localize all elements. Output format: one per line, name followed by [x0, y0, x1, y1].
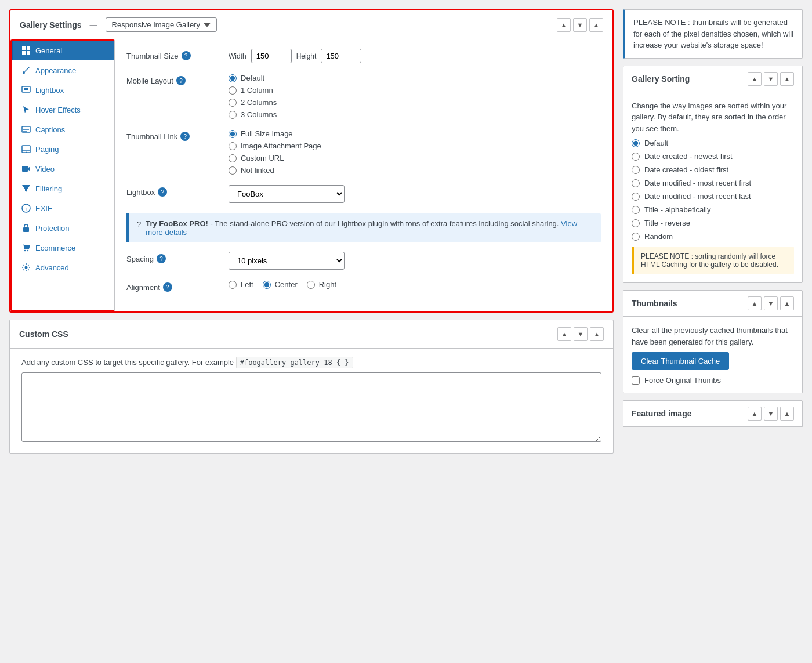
sidebar-item-hover-effects[interactable]: Hover Effects	[12, 100, 114, 119]
thumbnails-card: Thumbnails ▲ ▼ ▲ Clear all the previousl…	[623, 290, 803, 393]
spacing-select[interactable]: 10 pixels	[229, 252, 345, 270]
foobox-promo-desc: - The stand-alone PRO version of our Lig…	[208, 219, 559, 228]
thumbnail-size-label: Thumbnail Size ?	[126, 49, 219, 60]
featured-expand-button[interactable]: ▲	[780, 407, 794, 421]
svg-rect-9	[22, 146, 30, 153]
svg-point-11	[26, 152, 27, 153]
settings-content-area: Thumbnail Size ? Width Height	[115, 39, 612, 311]
gallery-type-label: Responsive Image Gallery	[112, 20, 200, 29]
link-fullsize[interactable]: Full Size Image	[229, 129, 601, 138]
css-example-code: #foogallery-gallery-18 { }	[236, 357, 353, 368]
gallery-sorting-card: Gallery Sorting ▲ ▼ ▲ Change the way ima…	[623, 66, 803, 284]
sidebar-label-captions: Captions	[35, 125, 65, 134]
thumbnail-link-help-icon[interactable]: ?	[180, 132, 190, 141]
thumbnails-down-button[interactable]: ▼	[764, 296, 778, 310]
sort-title-alpha[interactable]: Title - alphabetically	[632, 205, 794, 214]
sidebar-label-video: Video	[35, 165, 55, 173]
sidebar-item-lightbox[interactable]: Lightbox	[12, 80, 114, 100]
css-up-button[interactable]: ▲	[557, 327, 571, 341]
lightbox-select[interactable]: FooBox	[229, 185, 345, 203]
sorting-up-button[interactable]: ▲	[748, 72, 762, 86]
sidebar-item-general[interactable]: General	[12, 41, 114, 60]
sorting-body: Change the way images are sorted within …	[624, 92, 802, 283]
collapse-down-button[interactable]: ▼	[573, 18, 587, 32]
spacing-help-icon[interactable]: ?	[157, 254, 166, 263]
sort-date-oldest[interactable]: Date created - oldest first	[632, 165, 794, 174]
mobile-layout-3col[interactable]: 3 Columns	[229, 110, 601, 119]
sidebar-item-video[interactable]: Video	[12, 159, 114, 179]
sidebar-label-appearance: Appearance	[35, 66, 76, 75]
featured-image-card: Featured image ▲ ▼ ▲	[623, 400, 803, 427]
sidebar-item-filtering[interactable]: Filtering	[12, 179, 114, 198]
width-input[interactable]	[251, 49, 292, 63]
svg-rect-2	[22, 51, 26, 55]
thumbnail-link-label: Thumbnail Link ?	[126, 129, 219, 141]
mobile-layout-default[interactable]: Default	[229, 74, 601, 82]
sidebar-item-protection[interactable]: Protection	[12, 218, 114, 238]
foobox-promo-title: Try FooBox PRO!	[146, 219, 208, 228]
link-custom[interactable]: Custom URL	[229, 154, 601, 162]
sidebar-item-advanced[interactable]: Advanced	[12, 258, 114, 277]
featured-down-button[interactable]: ▼	[764, 407, 778, 421]
dropdown-chevron-icon	[204, 21, 211, 28]
height-input[interactable]	[321, 49, 361, 63]
sidebar-label-ecommerce: Ecommerce	[35, 244, 75, 252]
sort-random[interactable]: Random	[632, 232, 794, 241]
width-label: Width	[229, 52, 246, 60]
gear-icon	[21, 263, 31, 272]
collapse-up-button[interactable]: ▲	[557, 18, 571, 32]
sorting-down-button[interactable]: ▼	[764, 72, 778, 86]
thumbnails-up-button[interactable]: ▲	[748, 296, 762, 310]
sidebar-label-paging: Paging	[35, 145, 59, 154]
alignment-label: Alignment ?	[126, 280, 219, 292]
svg-point-18	[25, 266, 28, 269]
featured-up-button[interactable]: ▲	[748, 407, 762, 421]
sort-default[interactable]: Default	[632, 139, 794, 147]
link-attachment[interactable]: Image Attachment Page	[229, 142, 601, 150]
sidebar-item-captions[interactable]: Captions	[12, 119, 114, 139]
custom-css-textarea[interactable]	[21, 372, 601, 442]
force-original-thumbs-option[interactable]: Force Original Thumbs	[632, 376, 794, 385]
svg-point-17	[27, 250, 28, 251]
expand-button[interactable]: ▲	[589, 18, 603, 32]
sidebar-item-paging[interactable]: Paging	[12, 139, 114, 159]
link-not-linked[interactable]: Not linked	[229, 166, 601, 175]
sidebar-label-general: General	[35, 46, 62, 55]
css-expand-button[interactable]: ▲	[590, 327, 604, 341]
featured-image-title: Featured image	[632, 409, 691, 418]
align-left[interactable]: Left	[229, 280, 253, 289]
svg-rect-3	[27, 51, 30, 55]
align-right[interactable]: Right	[307, 280, 336, 289]
sort-date-newest[interactable]: Date created - newest first	[632, 152, 794, 161]
custom-css-body: Add any custom CSS to target this specif…	[10, 349, 613, 453]
lightbox-help-icon[interactable]: ?	[158, 187, 167, 197]
sidebar-item-appearance[interactable]: Appearance	[12, 60, 114, 80]
svg-rect-12	[22, 166, 28, 172]
force-original-thumbs-checkbox[interactable]	[632, 376, 640, 385]
sort-title-reverse[interactable]: Title - reverse	[632, 219, 794, 227]
mobile-layout-2col[interactable]: 2 Columns	[229, 98, 601, 107]
clear-thumbnail-cache-button[interactable]: Clear Thumbnail Cache	[632, 352, 729, 370]
thumbnails-expand-button[interactable]: ▲	[780, 296, 794, 310]
spacing-control: 10 pixels	[229, 252, 601, 270]
sorting-expand-button[interactable]: ▲	[780, 72, 794, 86]
thumbnail-size-help-icon[interactable]: ?	[182, 51, 191, 60]
video-icon	[21, 164, 31, 173]
mobile-layout-1col[interactable]: 1 Column	[229, 86, 601, 95]
sort-date-modified-recent[interactable]: Date modified - most recent first	[632, 179, 794, 187]
svg-point-16	[24, 250, 26, 251]
height-label: Height	[296, 52, 317, 60]
thumbnail-link-row: Thumbnail Link ? Full Size Image Image A…	[126, 129, 601, 175]
alignment-control: Left Center Right	[229, 280, 601, 289]
mobile-layout-help-icon[interactable]: ?	[176, 76, 186, 85]
gallery-type-dropdown[interactable]: Responsive Image Gallery	[106, 17, 217, 32]
exif-icon: i	[21, 204, 31, 213]
css-down-button[interactable]: ▼	[574, 327, 588, 341]
lightbox-row: Lightbox ? FooBox	[126, 185, 601, 203]
sidebar-item-ecommerce[interactable]: Ecommerce	[12, 238, 114, 258]
sidebar-item-exif[interactable]: i EXIF	[12, 198, 114, 218]
alignment-help-icon[interactable]: ?	[163, 282, 172, 292]
sort-date-modified-last[interactable]: Date modified - most recent last	[632, 192, 794, 201]
grid-icon	[21, 46, 31, 55]
align-center[interactable]: Center	[263, 280, 298, 289]
